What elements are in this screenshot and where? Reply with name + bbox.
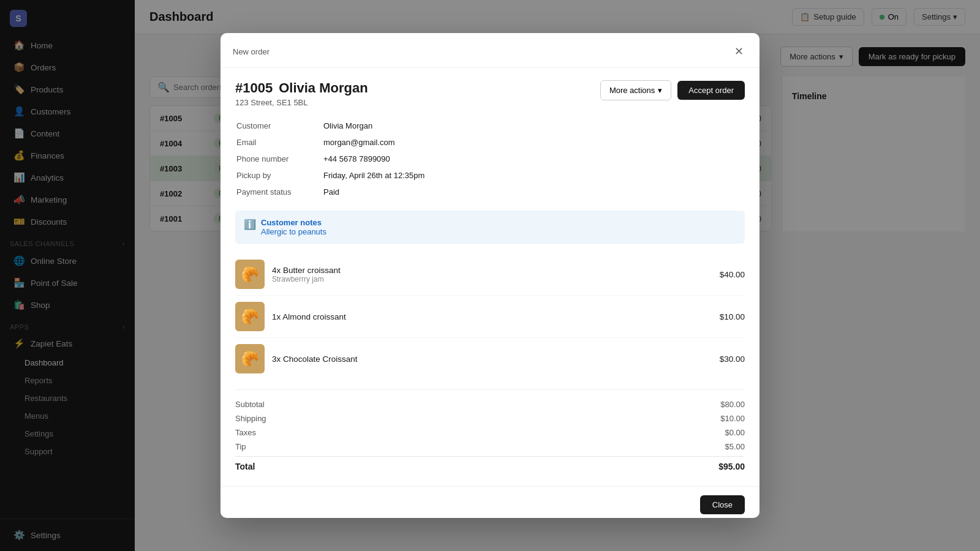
item-sub: Strawberrry jam bbox=[272, 275, 712, 283]
customer-row: Customer Olivia Morgan bbox=[236, 118, 744, 133]
modal-close-footer-button[interactable]: Close bbox=[700, 495, 745, 514]
notes-text: Allergic to peanuts bbox=[261, 227, 326, 236]
shipping-row: Shipping $10.00 bbox=[235, 411, 745, 425]
modal-order-header: #1005 Olivia Morgan 123 Street, SE1 5BL … bbox=[235, 80, 745, 107]
phone-label: Phone number bbox=[236, 151, 322, 167]
taxes-row: Taxes $0.00 bbox=[235, 425, 745, 440]
totals-section: Subtotal $80.00 Shipping $10.00 Taxes $0… bbox=[235, 389, 745, 474]
notes-title: Customer notes bbox=[261, 218, 326, 227]
item-image: 🥐 bbox=[235, 302, 265, 331]
list-item: 🥐 3x Chocolate Croissant $30.00 bbox=[235, 338, 745, 380]
item-name: 4x Butter croissant Strawberrry jam bbox=[272, 266, 712, 283]
pickup-label: Pickup by bbox=[236, 168, 322, 183]
modal-title: New order bbox=[233, 47, 270, 56]
modal-accept-button[interactable]: Accept order bbox=[677, 81, 745, 100]
item-image: 🥐 bbox=[235, 344, 265, 373]
modal-overlay: New order ✕ #1005 Olivia Morgan 123 Stre… bbox=[0, 0, 980, 551]
modal-order-actions: More actions ▾ Accept order bbox=[600, 80, 745, 100]
modal-more-actions-button[interactable]: More actions ▾ bbox=[600, 80, 671, 100]
list-item: 🥐 4x Butter croissant Strawberrry jam $4… bbox=[235, 253, 745, 296]
notes-content: Customer notes Allergic to peanuts bbox=[261, 218, 326, 236]
pickup-value: Friday, April 26th at 12:35pm bbox=[323, 168, 744, 183]
payment-label: Payment status bbox=[236, 184, 322, 200]
email-value: morgan@gmail.com bbox=[323, 135, 744, 150]
item-name: 3x Chocolate Croissant bbox=[272, 354, 712, 364]
modal-order-id: #1005 bbox=[235, 80, 273, 96]
item-price: $10.00 bbox=[720, 312, 745, 321]
email-label: Email bbox=[236, 135, 322, 150]
modal-close-button[interactable]: ✕ bbox=[730, 43, 747, 60]
modal-customer-name: Olivia Morgan bbox=[279, 80, 368, 96]
pickup-row: Pickup by Friday, April 26th at 12:35pm bbox=[236, 168, 744, 183]
list-item: 🥐 1x Almond croissant $10.00 bbox=[235, 296, 745, 338]
item-price: $30.00 bbox=[720, 354, 745, 364]
order-id-block: #1005 Olivia Morgan 123 Street, SE1 5BL bbox=[235, 80, 368, 107]
customer-notes: ℹ️ Customer notes Allergic to peanuts bbox=[235, 211, 745, 244]
email-row: Email morgan@gmail.com bbox=[236, 135, 744, 150]
modal-footer: Close bbox=[221, 486, 760, 518]
item-price: $40.00 bbox=[720, 270, 745, 279]
phone-value: +44 5678 7899090 bbox=[323, 151, 744, 167]
payment-value: Paid bbox=[323, 184, 744, 200]
payment-row: Payment status Paid bbox=[236, 184, 744, 200]
modal-order-address: 123 Street, SE1 5BL bbox=[235, 98, 368, 107]
item-name: 1x Almond croissant bbox=[272, 312, 712, 321]
customer-label: Customer bbox=[236, 118, 322, 133]
chevron-down-icon: ▾ bbox=[658, 86, 662, 95]
customer-value: Olivia Morgan bbox=[323, 118, 744, 133]
modal-header: New order ✕ bbox=[221, 33, 760, 68]
phone-row: Phone number +44 5678 7899090 bbox=[236, 151, 744, 167]
item-image: 🥐 bbox=[235, 260, 265, 289]
order-items: 🥐 4x Butter croissant Strawberrry jam $4… bbox=[235, 253, 745, 380]
order-modal: New order ✕ #1005 Olivia Morgan 123 Stre… bbox=[221, 33, 760, 518]
modal-body: #1005 Olivia Morgan 123 Street, SE1 5BL … bbox=[221, 68, 760, 486]
tip-row: Tip $5.00 bbox=[235, 440, 745, 454]
subtotal-row: Subtotal $80.00 bbox=[235, 397, 745, 411]
customer-info-table: Customer Olivia Morgan Email morgan@gmai… bbox=[235, 117, 745, 201]
info-icon: ℹ️ bbox=[244, 219, 256, 230]
total-row: Total $95.00 bbox=[235, 456, 745, 474]
